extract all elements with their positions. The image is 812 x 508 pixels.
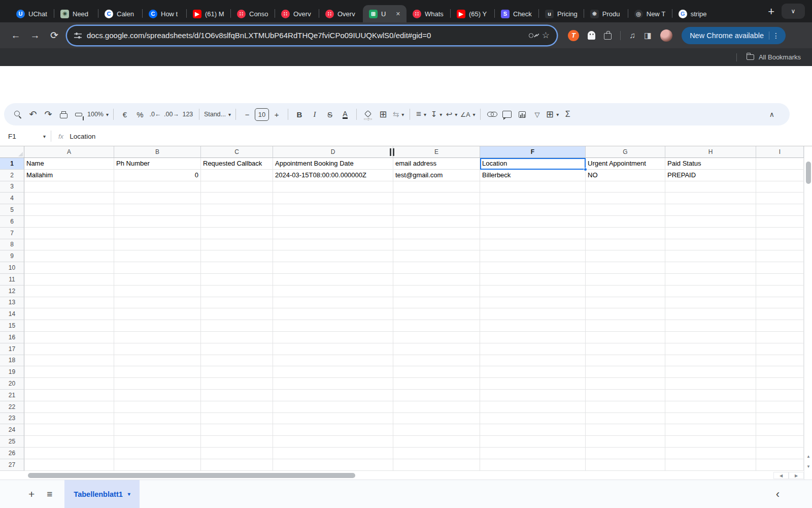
browser-tab[interactable]: CCalen	[98, 5, 142, 22]
cell-D7[interactable]	[273, 228, 393, 239]
browser-tab[interactable]: Gstripe	[672, 5, 716, 22]
cell-F16[interactable]	[480, 332, 586, 343]
cell-C5[interactable]	[201, 204, 273, 216]
password-key-icon[interactable]	[527, 29, 538, 41]
text-rotation-button[interactable]: ∠A▾	[460, 107, 476, 122]
cell-F6[interactable]	[480, 216, 586, 228]
cell-B6[interactable]	[114, 216, 201, 228]
horizontal-align-button[interactable]: ≡▾	[415, 107, 428, 122]
row-header-26[interactable]: 26	[0, 448, 24, 459]
cell-I22[interactable]	[756, 401, 804, 413]
add-sheet-button[interactable]: +	[0, 488, 41, 500]
row-header-21[interactable]: 21	[0, 390, 24, 401]
cell-H19[interactable]	[665, 366, 756, 378]
cell-C6[interactable]	[201, 216, 273, 228]
font-size-input[interactable]: 10	[255, 108, 269, 121]
cell-C19[interactable]	[201, 366, 273, 378]
column-header-I[interactable]: I	[756, 146, 804, 158]
cell-C20[interactable]	[201, 378, 273, 390]
row-header-22[interactable]: 22	[0, 401, 24, 413]
cell-B10[interactable]	[114, 262, 201, 274]
cell-H13[interactable]	[665, 297, 756, 309]
cell-H15[interactable]	[665, 320, 756, 332]
name-box[interactable]: F1 ▾	[0, 133, 51, 140]
cell-D10[interactable]	[273, 262, 393, 274]
increase-decimals-button[interactable]: .00→	[164, 107, 179, 122]
redo-button[interactable]: ↷	[42, 107, 55, 122]
borders-button[interactable]: ⊞	[377, 107, 390, 122]
column-header-H[interactable]: H	[665, 146, 756, 158]
cell-I24[interactable]	[756, 424, 804, 436]
cell-F7[interactable]	[480, 228, 586, 239]
cell-C11[interactable]	[201, 274, 273, 285]
cell-H18[interactable]	[665, 355, 756, 367]
cell-B9[interactable]	[114, 250, 201, 262]
cell-B26[interactable]	[114, 448, 201, 459]
cell-C17[interactable]	[201, 343, 273, 355]
browser-tab[interactable]: ∷Overv	[319, 5, 363, 22]
cell-I27[interactable]	[756, 459, 804, 471]
decrease-font-size-button[interactable]: −	[241, 107, 254, 122]
bold-button[interactable]: B	[293, 107, 306, 122]
cell-A24[interactable]	[24, 424, 114, 436]
cell-A5[interactable]	[24, 204, 114, 216]
row-header-25[interactable]: 25	[0, 436, 24, 448]
cell-E20[interactable]	[393, 378, 480, 390]
cell-F22[interactable]	[480, 401, 586, 413]
cell-B2[interactable]: 0	[114, 170, 201, 181]
decrease-decimals-button[interactable]: .0←	[149, 107, 162, 122]
cell-G14[interactable]	[586, 308, 665, 320]
cell-F4[interactable]	[480, 193, 586, 204]
cell-C16[interactable]	[201, 332, 273, 343]
cell-I7[interactable]	[756, 228, 804, 239]
cell-A26[interactable]	[24, 448, 114, 459]
cell-A2[interactable]: Mallahim	[24, 170, 114, 181]
vertical-align-button[interactable]: ↧▾	[430, 107, 443, 122]
scroll-down-button[interactable]: ▼	[804, 462, 812, 471]
cell-B15[interactable]	[114, 320, 201, 332]
cell-A8[interactable]	[24, 239, 114, 251]
browser-tab[interactable]: SCheck	[495, 5, 538, 22]
cell-E14[interactable]	[393, 308, 480, 320]
formula-input[interactable]: Location	[70, 133, 95, 140]
cell-D8[interactable]	[273, 239, 393, 251]
cell-D11[interactable]	[273, 274, 393, 285]
cell-F18[interactable]	[480, 355, 586, 367]
cell-E4[interactable]	[393, 193, 480, 204]
cell-C26[interactable]	[201, 448, 273, 459]
cell-D5[interactable]	[273, 204, 393, 216]
cell-B27[interactable]	[114, 459, 201, 471]
column-header-F[interactable]: F	[480, 146, 586, 158]
scroll-up-button[interactable]: ▲	[804, 452, 812, 461]
cell-D24[interactable]	[273, 424, 393, 436]
cell-G15[interactable]	[586, 320, 665, 332]
new-chrome-available-button[interactable]: New Chrome available ⋮	[682, 27, 786, 44]
cell-G17[interactable]	[586, 343, 665, 355]
cell-E23[interactable]	[393, 413, 480, 425]
cell-B23[interactable]	[114, 413, 201, 425]
cell-E8[interactable]	[393, 239, 480, 251]
cell-B24[interactable]	[114, 424, 201, 436]
cell-G23[interactable]	[586, 413, 665, 425]
cell-B22[interactable]	[114, 401, 201, 413]
row-header-15[interactable]: 15	[0, 320, 24, 332]
cell-E6[interactable]	[393, 216, 480, 228]
cell-E16[interactable]	[393, 332, 480, 343]
zoom-select[interactable]: 100%▾	[87, 107, 109, 122]
cell-D9[interactable]	[273, 250, 393, 262]
cell-C21[interactable]	[201, 390, 273, 401]
cell-F27[interactable]	[480, 459, 586, 471]
column-header-B[interactable]: B	[114, 146, 201, 158]
cell-F13[interactable]	[480, 297, 586, 309]
cell-D23[interactable]	[273, 413, 393, 425]
cell-I8[interactable]	[756, 239, 804, 251]
browser-tab[interactable]: ◎New T	[628, 5, 672, 22]
cell-A25[interactable]	[24, 436, 114, 448]
cell-B20[interactable]	[114, 378, 201, 390]
cell-G16[interactable]	[586, 332, 665, 343]
browser-tab[interactable]: ∷Conso	[231, 5, 275, 22]
cell-F5[interactable]	[480, 204, 586, 216]
cell-A20[interactable]	[24, 378, 114, 390]
ghost-extension-icon[interactable]	[588, 31, 595, 40]
cell-F10[interactable]	[480, 262, 586, 274]
